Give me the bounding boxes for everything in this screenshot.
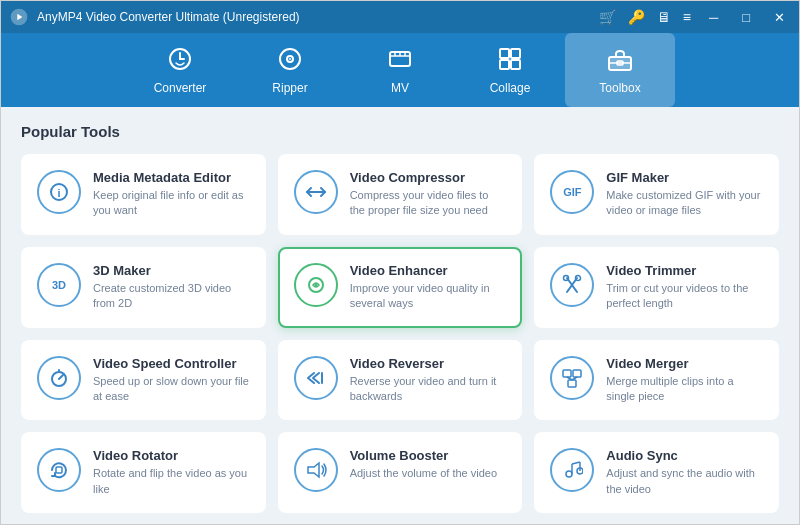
- media-metadata-editor-desc: Keep original file info or edit as you w…: [93, 188, 250, 219]
- svg-rect-32: [573, 370, 581, 377]
- tool-card-video-speed-controller[interactable]: Video Speed ControllerSpeed up or slow d…: [21, 340, 266, 421]
- ripper-icon: [276, 45, 304, 77]
- svg-rect-12: [511, 49, 520, 58]
- tool-card-3d-maker[interactable]: 3D3D MakerCreate customized 3D video fro…: [21, 247, 266, 328]
- menu-icon[interactable]: ≡: [683, 9, 691, 25]
- gif-maker-name: GIF Maker: [606, 170, 763, 185]
- video-compressor-name: Video Compressor: [350, 170, 507, 185]
- key-icon[interactable]: 🔑: [628, 9, 645, 25]
- video-trimmer-desc: Trim or cut your videos to the perfect l…: [606, 281, 763, 312]
- svg-line-29: [59, 375, 63, 379]
- tool-card-video-reverser[interactable]: Video ReverserReverse your video and tur…: [278, 340, 523, 421]
- tool-card-video-trimmer[interactable]: Video TrimmerTrim or cut your videos to …: [534, 247, 779, 328]
- svg-rect-31: [563, 370, 571, 377]
- video-merger-name: Video Merger: [606, 356, 763, 371]
- video-enhancer-name: Video Enhancer: [350, 263, 507, 278]
- volume-booster-desc: Adjust the volume of the video: [350, 466, 507, 481]
- tool-card-video-compressor[interactable]: Video CompressorCompress your video file…: [278, 154, 523, 235]
- svg-rect-36: [56, 467, 62, 473]
- svg-rect-17: [617, 61, 623, 65]
- 3d-maker-icon: 3D: [37, 263, 81, 307]
- svg-rect-11: [500, 49, 509, 58]
- svg-marker-37: [308, 463, 319, 477]
- gif-maker-desc: Make customized GIF with your video or i…: [606, 188, 763, 219]
- video-compressor-icon: [294, 170, 338, 214]
- close-button[interactable]: ✕: [768, 8, 791, 27]
- svg-text:i: i: [57, 187, 60, 199]
- cart-icon[interactable]: 🛒: [599, 9, 616, 25]
- tool-card-video-merger[interactable]: Video MergerMerge multiple clips into a …: [534, 340, 779, 421]
- video-rotator-desc: Rotate and flip the video as you like: [93, 466, 250, 497]
- video-enhancer-icon: [294, 263, 338, 307]
- title-bar: AnyMP4 Video Converter Ultimate (Unregis…: [1, 1, 799, 33]
- svg-point-5: [289, 58, 291, 60]
- video-trimmer-name: Video Trimmer: [606, 263, 763, 278]
- nav-collage[interactable]: Collage: [455, 33, 565, 107]
- tool-card-video-enhancer[interactable]: Video EnhancerImprove your video quality…: [278, 247, 523, 328]
- tool-card-video-rotator[interactable]: Video RotatorRotate and flip the video a…: [21, 432, 266, 513]
- 3d-maker-desc: Create customized 3D video from 2D: [93, 281, 250, 312]
- video-merger-icon: [550, 356, 594, 400]
- nav-mv[interactable]: MV: [345, 33, 455, 107]
- nav-toolbox[interactable]: Toolbox: [565, 33, 675, 107]
- svg-line-40: [572, 462, 580, 464]
- svg-rect-13: [500, 60, 509, 69]
- nav-ripper[interactable]: Ripper: [235, 33, 345, 107]
- title-bar-left: AnyMP4 Video Converter Ultimate (Unregis…: [9, 7, 300, 27]
- svg-point-38: [566, 471, 572, 477]
- maximize-button[interactable]: □: [736, 8, 756, 27]
- video-compressor-desc: Compress your video files to the proper …: [350, 188, 507, 219]
- mv-label: MV: [391, 81, 409, 95]
- mv-icon: [386, 45, 414, 77]
- volume-booster-icon: [294, 448, 338, 492]
- ripper-label: Ripper: [272, 81, 307, 95]
- converter-label: Converter: [154, 81, 207, 95]
- audio-sync-icon: [550, 448, 594, 492]
- monitor-icon[interactable]: 🖥: [657, 9, 671, 25]
- video-reverser-name: Video Reverser: [350, 356, 507, 371]
- collage-label: Collage: [490, 81, 531, 95]
- video-enhancer-desc: Improve your video quality in several wa…: [350, 281, 507, 312]
- tool-card-audio-sync[interactable]: Audio SyncAdjust and sync the audio with…: [534, 432, 779, 513]
- toolbox-label: Toolbox: [599, 81, 640, 95]
- video-speed-controller-icon: [37, 356, 81, 400]
- app-logo-icon: [9, 7, 29, 27]
- volume-booster-name: Volume Booster: [350, 448, 507, 463]
- video-reverser-desc: Reverse your video and turn it backwards: [350, 374, 507, 405]
- nav-converter[interactable]: Converter: [125, 33, 235, 107]
- svg-point-22: [314, 283, 317, 286]
- main-content: Popular Tools iMedia Metadata EditorKeep…: [1, 107, 799, 525]
- video-trimmer-icon: [550, 263, 594, 307]
- media-metadata-editor-name: Media Metadata Editor: [93, 170, 250, 185]
- video-speed-controller-desc: Speed up or slow down your file at ease: [93, 374, 250, 405]
- svg-rect-14: [511, 60, 520, 69]
- section-title: Popular Tools: [21, 123, 779, 140]
- media-metadata-editor-icon: i: [37, 170, 81, 214]
- 3d-maker-name: 3D Maker: [93, 263, 250, 278]
- gif-maker-icon: GIF: [550, 170, 594, 214]
- tool-card-volume-booster[interactable]: Volume BoosterAdjust the volume of the v…: [278, 432, 523, 513]
- converter-icon: [166, 45, 194, 77]
- video-merger-desc: Merge multiple clips into a single piece: [606, 374, 763, 405]
- title-bar-controls: 🛒 🔑 🖥 ≡ ─ □ ✕: [599, 8, 791, 27]
- video-speed-controller-name: Video Speed Controller: [93, 356, 250, 371]
- tool-grid: iMedia Metadata EditorKeep original file…: [21, 154, 779, 513]
- video-rotator-name: Video Rotator: [93, 448, 250, 463]
- tool-card-gif-maker[interactable]: GIFGIF MakerMake customized GIF with you…: [534, 154, 779, 235]
- tool-card-media-metadata-editor[interactable]: iMedia Metadata EditorKeep original file…: [21, 154, 266, 235]
- video-reverser-icon: [294, 356, 338, 400]
- app-title: AnyMP4 Video Converter Ultimate (Unregis…: [37, 10, 300, 24]
- nav-bar: Converter Ripper MV: [1, 33, 799, 107]
- svg-rect-33: [568, 380, 576, 387]
- audio-sync-name: Audio Sync: [606, 448, 763, 463]
- minimize-button[interactable]: ─: [703, 8, 724, 27]
- collage-icon: [496, 45, 524, 77]
- video-rotator-icon: [37, 448, 81, 492]
- audio-sync-desc: Adjust and sync the audio with the video: [606, 466, 763, 497]
- toolbox-icon: [606, 45, 634, 77]
